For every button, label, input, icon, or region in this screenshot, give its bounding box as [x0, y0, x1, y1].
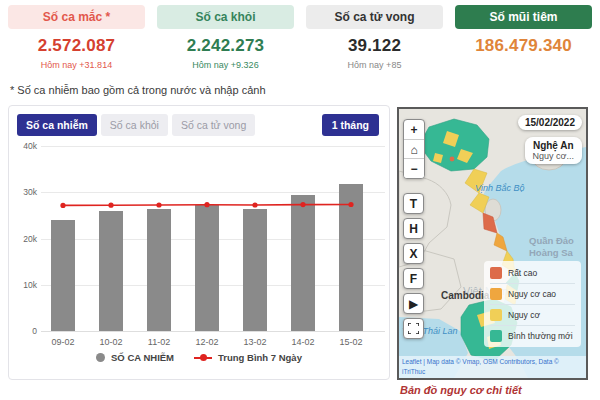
place-label: Cambodia [441, 290, 489, 301]
stat-card-value: 2.572.087 [8, 36, 145, 56]
map-tool-t-button[interactable]: T [403, 193, 424, 214]
stat-card-title: Số ca khỏi [157, 5, 294, 29]
x-axis-tick: 09-02 [39, 337, 87, 347]
map-legend-item: Nguy cơ [490, 304, 575, 325]
fullscreen-icon [408, 323, 419, 334]
stat-card-subtext: Hôm nay +31.814 [8, 60, 145, 70]
stat-card-subtext [455, 60, 592, 70]
range-button[interactable]: 1 tháng [322, 114, 379, 136]
risk-map[interactable]: +⌂−THXF▶ 15/02/2022 Nghệ An Nguy cơ... R… [397, 107, 588, 380]
gridline [41, 331, 385, 332]
map-tooltip: Nghệ An Nguy cơ... [525, 137, 582, 164]
chart-tabs: Số ca nhiễmSố ca khỏiSố ca tử vong [17, 114, 255, 136]
chart-legend-item: Trung Bình 7 Ngày [194, 352, 302, 363]
avg-point [204, 202, 209, 207]
avg-point [156, 202, 161, 207]
footnote: * Số ca nhiễm bao gồm cả trong nước và n… [10, 84, 266, 96]
chart-legend-label: SỐ CA NHIỄM [111, 352, 174, 363]
map-play-button[interactable]: ▶ [403, 293, 424, 314]
map-home-button[interactable]: ⌂ [404, 142, 424, 159]
chart-panel: Số ca nhiễmSố ca khỏiSố ca tử vong 1 thá… [8, 105, 390, 380]
avg-point [300, 202, 305, 207]
chart-tab-2[interactable]: Số ca tử vong [172, 114, 255, 136]
map-legend-item: Bình thường mới [490, 325, 575, 346]
stat-card-value: 186.479.340 [455, 36, 592, 56]
stat-card-value: 39.122 [306, 36, 443, 56]
stat-card-title: Số mũi tiêm [455, 5, 592, 29]
place-label: Quần Đảo Hoàng Sa [529, 235, 574, 260]
map-legend: Rất cao Nguy cơ cao Nguy cơ Bình thường … [484, 261, 581, 347]
x-axis-tick: 15-02 [327, 337, 375, 347]
map-date-label: 15/02/2022 [518, 115, 582, 130]
risk-swatch-icon [490, 267, 502, 279]
tooltip-risk: Nguy cơ... [533, 151, 574, 161]
x-axis-tick: 14-02 [279, 337, 327, 347]
y-axis-tick: 20k [13, 234, 37, 244]
legend-dot-icon [96, 353, 105, 362]
x-axis-tick: 12-02 [183, 337, 231, 347]
map-zoom-out-button[interactable]: − [404, 161, 424, 178]
map-legend-label: Rất cao [508, 268, 537, 278]
map-legend-item: Rất cao [490, 262, 575, 283]
map-legend-label: Nguy cơ [508, 310, 540, 320]
stat-card-solidgreen: Số mũi tiêm 186.479.340 [455, 5, 592, 70]
chart-tab-0[interactable]: Số ca nhiễm [17, 114, 97, 136]
map-tool-x-button[interactable]: X [403, 243, 424, 264]
map-tool-h-button[interactable]: H [403, 218, 424, 239]
avg-point [252, 202, 257, 207]
stats-row: Số ca mắc * 2.572.087 Hôm nay +31.814 Số… [8, 5, 592, 70]
risk-swatch-icon [490, 288, 502, 300]
x-axis-tick: 13-02 [231, 337, 279, 347]
tooltip-province: Nghệ An [533, 140, 574, 151]
avg-point [108, 203, 113, 208]
stat-card-value: 2.242.273 [157, 36, 294, 56]
stat-card-title: Số ca tử vong [306, 5, 443, 29]
map-legend-label: Bình thường mới [508, 331, 573, 341]
risk-swatch-icon [490, 330, 502, 342]
stat-card-subtext: Hôm nay +9.326 [157, 60, 294, 70]
risk-swatch-icon [490, 309, 502, 321]
map-tool-f-button[interactable]: F [403, 268, 424, 289]
avg-point [348, 202, 353, 207]
stat-card-subtext: Hôm nay +85 [306, 60, 443, 70]
stat-card-green: Số ca khỏi 2.242.273 Hôm nay +9.326 [157, 5, 294, 70]
y-axis-tick: 0 [13, 326, 37, 336]
chart-plot: 0 10k 20k 30k 40k 09-02 10-02 11-02 12-0… [41, 146, 385, 331]
map-attribution: Leaflet | Map data © Vmap, OSM Contribut… [399, 356, 586, 378]
map-legend-item: Nguy cơ cao [490, 283, 575, 304]
x-axis-tick: 11-02 [135, 337, 183, 347]
chart-legend: SỐ CA NHIỄMTrung Bình 7 Ngày [9, 352, 389, 363]
y-axis-tick: 10k [13, 280, 37, 290]
map-fullscreen-button[interactable] [403, 318, 424, 339]
stat-card-title: Số ca mắc * [8, 5, 145, 29]
stat-card-red: Số ca mắc * 2.572.087 Hôm nay +31.814 [8, 5, 145, 70]
zoom-control-group: +⌂− [403, 119, 425, 179]
avg-line [41, 146, 385, 331]
map-zoom-in-button[interactable]: + [404, 123, 424, 140]
y-axis-tick: 40k [13, 141, 37, 151]
avg-point [60, 203, 65, 208]
chart-legend-item: SỐ CA NHIỄM [96, 352, 174, 363]
map-legend-label: Nguy cơ cao [508, 289, 556, 299]
legend-line-icon [194, 357, 212, 359]
x-axis-tick: 10-02 [87, 337, 135, 347]
place-label: Vịnh Bắc Bộ [475, 183, 525, 193]
chart-tab-1[interactable]: Số ca khỏi [101, 114, 168, 136]
map-controls: +⌂−THXF▶ [403, 119, 425, 339]
covid-dashboard: Số ca mắc * 2.572.087 Hôm nay +31.814 Số… [0, 0, 600, 400]
y-axis-tick: 30k [13, 187, 37, 197]
stat-card-gray: Số ca tử vong 39.122 Hôm nay +85 [306, 5, 443, 70]
map-detail-link[interactable]: Bản đồ nguy cơ chi tiết [400, 384, 522, 396]
chart-legend-label: Trung Bình 7 Ngày [218, 352, 302, 363]
